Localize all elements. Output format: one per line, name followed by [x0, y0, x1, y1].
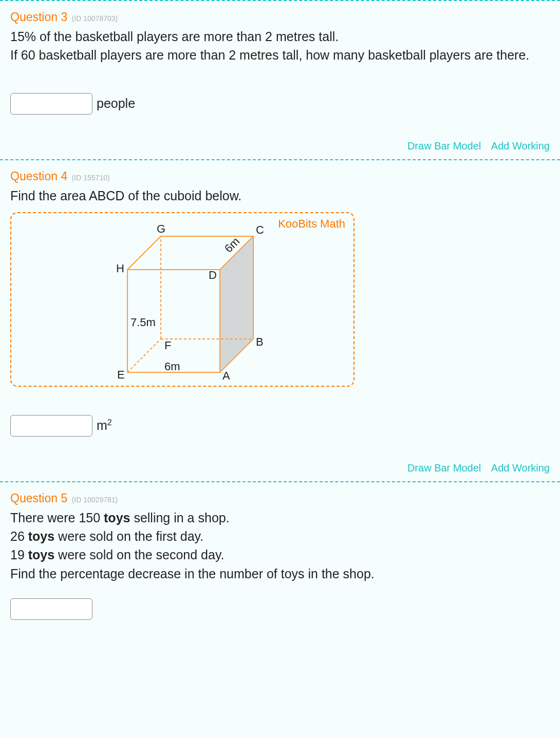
- body-line: If 60 basketball players are more than 2…: [10, 46, 550, 64]
- label-A: A: [222, 369, 230, 382]
- label-H: H: [116, 262, 124, 275]
- label-E: E: [117, 368, 125, 381]
- label-D: D: [209, 269, 217, 281]
- answer-row: m2: [10, 415, 550, 437]
- answer-input[interactable]: [10, 415, 92, 437]
- svg-line-3: [127, 339, 161, 372]
- question-title: Question 5: [10, 492, 67, 505]
- question-title: Question 4: [10, 169, 67, 183]
- add-working-link[interactable]: Add Working: [491, 462, 550, 474]
- measure-width: 6m: [164, 360, 180, 373]
- question-id: (ID 10029781): [72, 496, 118, 504]
- label-F: F: [164, 339, 171, 352]
- draw-bar-model-link[interactable]: Draw Bar Model: [407, 462, 481, 474]
- question-body: There were 150 toys selling in a shop.26…: [10, 508, 550, 583]
- label-B: B: [256, 335, 264, 348]
- question-header: Question 4 (ID 155710): [10, 169, 550, 183]
- question-id: (ID 10078703): [72, 14, 118, 23]
- answer-unit: m2: [97, 418, 112, 433]
- question-5: Question 5 (ID 10029781) There were 150 …: [0, 482, 560, 627]
- question-actions: Draw Bar Model Add Working: [10, 140, 550, 152]
- draw-bar-model-link[interactable]: Draw Bar Model: [407, 140, 481, 152]
- answer-input[interactable]: [10, 93, 92, 115]
- cuboid-svg: G C H D F B E A 7.5m 6m 6m: [20, 218, 266, 383]
- question-body: Find the area ABCD of the cuboid below.: [10, 186, 550, 205]
- question-body: 15% of the basketball players are more t…: [10, 27, 550, 65]
- svg-marker-0: [220, 236, 253, 372]
- question-4: Question 4 (ID 155710) Find the area ABC…: [0, 160, 560, 482]
- question-header: Question 3 (ID 10078703): [10, 10, 550, 24]
- answer-row: [10, 598, 550, 620]
- watermark: KooBits Math: [278, 217, 345, 231]
- answer-unit: people: [97, 96, 135, 111]
- question-3: Question 3 (ID 10078703) 15% of the bask…: [0, 1, 560, 160]
- answer-input[interactable]: [10, 598, 92, 620]
- label-G: G: [157, 222, 165, 235]
- cuboid-diagram: KooBits Math G C H D F B E A 7.5m 6: [10, 212, 354, 387]
- question-id: (ID 155710): [72, 174, 110, 182]
- body-line: Find the area ABCD of the cuboid below.: [10, 186, 550, 205]
- question-header: Question 5 (ID 10029781): [10, 492, 550, 505]
- body-line: 15% of the basketball players are more t…: [10, 27, 550, 46]
- answer-row: people: [10, 93, 550, 115]
- measure-height: 7.5m: [130, 316, 156, 329]
- question-title: Question 3: [10, 10, 67, 24]
- label-C: C: [256, 223, 264, 236]
- question-actions: Draw Bar Model Add Working: [10, 462, 550, 474]
- add-working-link[interactable]: Add Working: [491, 140, 550, 152]
